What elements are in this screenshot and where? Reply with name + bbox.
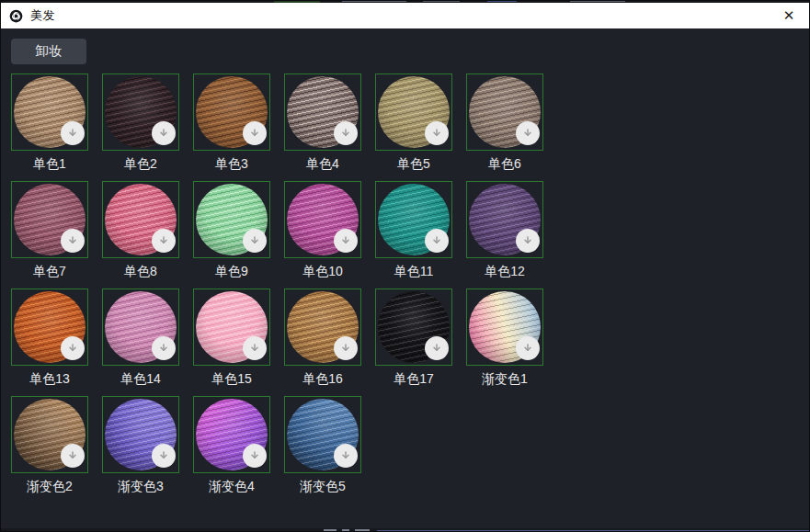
tile-label: 渐变色1 bbox=[466, 368, 543, 389]
download-icon[interactable] bbox=[152, 121, 176, 145]
hair-style-tile[interactable]: 渐变色5 bbox=[284, 396, 361, 504]
download-icon[interactable] bbox=[243, 121, 267, 145]
hair-style-tile[interactable]: 单色7 bbox=[11, 181, 88, 289]
download-icon[interactable] bbox=[61, 229, 85, 253]
tile-label: 单色2 bbox=[102, 153, 179, 174]
obs-logo-icon bbox=[9, 9, 23, 23]
download-icon[interactable] bbox=[334, 336, 358, 360]
download-icon[interactable] bbox=[243, 336, 267, 360]
download-icon[interactable] bbox=[516, 229, 540, 253]
download-icon[interactable] bbox=[61, 336, 85, 360]
download-icon[interactable] bbox=[61, 121, 85, 145]
tile-label: 渐变色4 bbox=[193, 476, 270, 496]
hair-style-tile[interactable]: 单色16 bbox=[284, 289, 361, 396]
tile-label: 单色3 bbox=[193, 153, 270, 174]
hair-style-tile[interactable]: 单色13 bbox=[11, 289, 88, 396]
hair-style-tile[interactable]: 单色1 bbox=[11, 74, 88, 181]
hair-style-tile[interactable]: 单色14 bbox=[102, 289, 179, 396]
hair-style-tile[interactable]: 单色10 bbox=[284, 181, 361, 289]
hair-style-tile[interactable]: 单色5 bbox=[375, 74, 452, 181]
tile-label: 渐变色5 bbox=[284, 476, 361, 496]
hair-style-tile[interactable]: 渐变色4 bbox=[193, 396, 270, 504]
background-text-marks bbox=[487, 0, 517, 2]
hair-style-tile[interactable]: 单色6 bbox=[466, 74, 543, 181]
hair-style-grid: 单色1 单色2 单色3 bbox=[11, 74, 543, 504]
hair-style-tile[interactable]: 渐变色1 bbox=[466, 289, 543, 396]
tile-label: 渐变色3 bbox=[102, 476, 179, 496]
tile-label: 单色12 bbox=[466, 261, 543, 281]
download-icon[interactable] bbox=[152, 229, 176, 253]
background-app-strip-bottom bbox=[0, 528, 810, 532]
tile-label: 单色8 bbox=[102, 261, 179, 281]
background-text-marks bbox=[324, 529, 337, 531]
hair-style-tile[interactable]: 单色3 bbox=[193, 74, 270, 181]
hair-style-tile[interactable]: 单色11 bbox=[375, 181, 452, 289]
tile-label: 单色14 bbox=[102, 368, 179, 389]
tile-label: 单色7 bbox=[11, 261, 88, 281]
download-icon[interactable] bbox=[425, 229, 449, 253]
download-icon[interactable] bbox=[334, 229, 358, 253]
hair-style-tile[interactable]: 单色15 bbox=[193, 289, 270, 396]
download-icon[interactable] bbox=[152, 444, 176, 468]
background-text-marks bbox=[342, 529, 349, 531]
hair-style-tile[interactable]: 单色8 bbox=[102, 181, 179, 289]
tile-label: 单色10 bbox=[284, 261, 361, 281]
hair-style-tile[interactable]: 渐变色3 bbox=[102, 396, 179, 504]
tile-label: 渐变色2 bbox=[11, 476, 88, 496]
tile-label: 单色17 bbox=[375, 368, 452, 389]
tile-label: 单色1 bbox=[11, 153, 88, 174]
download-icon[interactable] bbox=[334, 444, 358, 468]
download-icon[interactable] bbox=[425, 336, 449, 360]
download-icon[interactable] bbox=[425, 121, 449, 145]
dialog-titlebar: 美发 ✕ bbox=[0, 3, 810, 28]
remove-makeup-button[interactable]: 卸妆 bbox=[11, 39, 86, 64]
hair-style-tile[interactable]: 渐变色2 bbox=[11, 396, 88, 504]
tile-label: 单色16 bbox=[284, 368, 361, 389]
hair-style-tile[interactable]: 单色17 bbox=[375, 289, 452, 396]
hair-style-tile[interactable]: 单色4 bbox=[284, 74, 361, 181]
background-text-marks bbox=[570, 0, 625, 2]
download-icon[interactable] bbox=[243, 444, 267, 468]
background-text-marks bbox=[355, 529, 370, 531]
download-icon[interactable] bbox=[516, 336, 540, 360]
hair-style-tile[interactable]: 单色2 bbox=[102, 74, 179, 181]
tile-label: 单色15 bbox=[193, 368, 270, 389]
download-icon[interactable] bbox=[152, 336, 176, 360]
tile-label: 单色11 bbox=[375, 261, 452, 281]
download-icon[interactable] bbox=[516, 121, 540, 145]
dialog-title: 美发 bbox=[30, 7, 55, 24]
tile-label: 单色5 bbox=[375, 153, 452, 174]
background-text-marks bbox=[423, 0, 460, 2]
tile-label: 单色13 bbox=[11, 368, 88, 389]
hair-style-tile[interactable]: 单色12 bbox=[466, 181, 543, 289]
close-icon[interactable]: ✕ bbox=[779, 6, 799, 26]
tile-label: 单色6 bbox=[466, 153, 543, 174]
download-icon[interactable] bbox=[243, 229, 267, 253]
download-icon[interactable] bbox=[334, 121, 358, 145]
dialog-body: 卸妆 单色1 单色2 bbox=[0, 28, 810, 528]
hair-style-tile[interactable]: 单色9 bbox=[193, 181, 270, 289]
download-icon[interactable] bbox=[61, 444, 85, 468]
background-text-marks bbox=[342, 0, 406, 2]
tile-label: 单色4 bbox=[284, 153, 361, 174]
tile-label: 单色9 bbox=[193, 261, 270, 281]
